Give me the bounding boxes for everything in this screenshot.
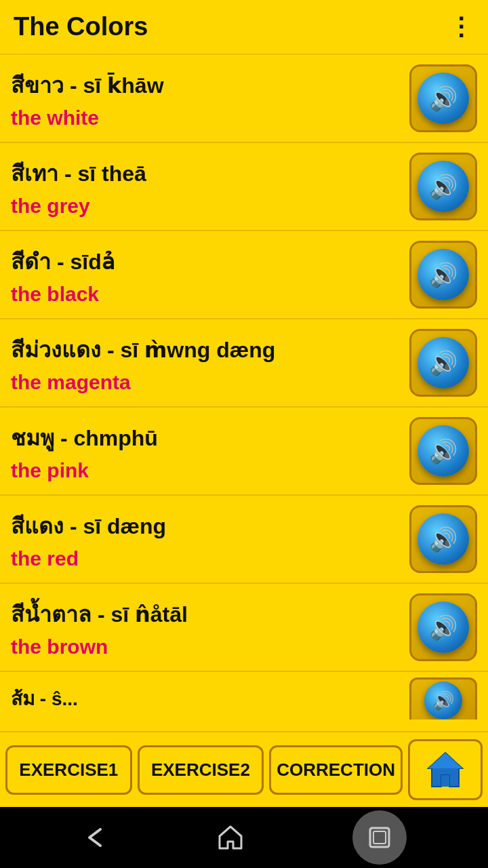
bottom-toolbar: EXERCISE1 EXERCISE2 CORRECTION <box>0 731 488 807</box>
vocab-english-1: the grey <box>11 195 401 218</box>
android-home-icon <box>217 824 244 851</box>
vocab-item-partial: ส้ม - ŝ... 🔊 <box>0 672 488 719</box>
vocab-thai-4: ชมพู - chmphū <box>11 420 401 455</box>
vocab-item-magenta: สีม่วงแดง - sī m̀wng dæng the magenta 🔊 <box>0 319 488 408</box>
vocab-english-4: the pink <box>11 459 401 482</box>
recents-button[interactable] <box>352 810 407 865</box>
vocab-thai-2: สีดำ - sīdả <box>11 244 401 279</box>
android-nav-bar <box>0 807 488 868</box>
svg-rect-5 <box>373 831 386 844</box>
android-home-button[interactable] <box>217 824 244 851</box>
vocab-thai-3: สีม่วงแดง - sī m̀wng dæng <box>11 332 401 367</box>
vocab-english-6: the brown <box>11 635 401 658</box>
vocab-item-white: สีขาว - sī k̄hāw the white 🔊 <box>0 55 488 143</box>
speaker-icon-4: 🔊 <box>429 437 458 465</box>
sound-btn-inner-4: 🔊 <box>418 425 469 477</box>
sound-button-1[interactable]: 🔊 <box>409 153 477 220</box>
correction-button[interactable]: CORRECTION <box>269 745 403 795</box>
exercise2-button[interactable]: EXERCISE2 <box>138 745 264 795</box>
back-button[interactable] <box>81 824 108 851</box>
home-icon <box>425 749 466 790</box>
vocab-thai-6: สีน้ำตาล - sī n̂åtāl <box>11 597 401 631</box>
recents-squares-icon <box>367 825 392 850</box>
vocab-text-brown: สีน้ำตาล - sī n̂åtāl the brown <box>11 597 401 658</box>
sound-btn-inner-6: 🔊 <box>418 601 469 653</box>
vocab-text-pink: ชมพู - chmphū the pink <box>11 420 401 482</box>
sound-btn-inner-5: 🔊 <box>418 513 469 565</box>
speaker-icon-0: 🔊 <box>429 85 458 112</box>
sound-button-2[interactable]: 🔊 <box>409 241 477 309</box>
menu-icon[interactable]: ⋮ <box>449 13 474 41</box>
back-icon <box>81 824 108 851</box>
sound-button-6[interactable]: 🔊 <box>409 593 477 661</box>
app-header: The Colors ⋮ <box>0 0 488 55</box>
home-button[interactable] <box>408 739 483 800</box>
vocab-thai-0: สีขาว - sī k̄hāw <box>11 68 401 102</box>
recents-icon <box>352 810 407 865</box>
vocab-text-black: สีดำ - sīdả the black <box>11 244 401 306</box>
speaker-icon-2: 🔊 <box>429 261 458 288</box>
vocab-item-pink: ชมพู - chmphū the pink 🔊 <box>0 408 488 496</box>
page-title: The Colors <box>14 12 148 41</box>
sound-btn-inner-1: 🔊 <box>418 161 469 212</box>
sound-btn-inner-2: 🔊 <box>418 249 469 300</box>
vocab-thai-5: สีแดง - sī dæng <box>11 509 401 543</box>
svg-marker-3 <box>220 827 241 848</box>
exercise1-button[interactable]: EXERCISE1 <box>5 745 132 795</box>
sound-button-5[interactable]: 🔊 <box>409 505 477 573</box>
vocab-text-partial: ส้ม - ŝ... <box>11 684 401 717</box>
vocab-text-grey: สีเทา - sī theā the grey <box>11 156 401 218</box>
sound-btn-inner-0: 🔊 <box>418 73 469 124</box>
vocab-english-2: the black <box>11 283 401 306</box>
svg-rect-1 <box>441 775 449 787</box>
vocab-text-red: สีแดง - sī dæng the red <box>11 509 401 570</box>
vocab-text-white: สีขาว - sī k̄hāw the white <box>11 68 401 130</box>
speaker-icon-3: 🔊 <box>429 349 458 376</box>
sound-btn-inner-7: 🔊 <box>424 682 462 719</box>
sound-btn-inner-3: 🔊 <box>418 337 469 389</box>
speaker-icon-1: 🔊 <box>429 173 458 200</box>
vocab-list: สีขาว - sī k̄hāw the white 🔊 สีเทา - sī … <box>0 55 488 731</box>
vocab-item-black: สีดำ - sīdả the black 🔊 <box>0 231 488 319</box>
vocab-text-magenta: สีม่วงแดง - sī m̀wng dæng the magenta <box>11 332 401 394</box>
vocab-item-red: สีแดง - sī dæng the red 🔊 <box>0 496 488 584</box>
sound-button-4[interactable]: 🔊 <box>409 417 477 485</box>
sound-button-0[interactable]: 🔊 <box>409 64 477 132</box>
svg-marker-2 <box>428 753 462 768</box>
sound-button-3[interactable]: 🔊 <box>409 329 477 397</box>
vocab-english-3: the magenta <box>11 371 401 394</box>
sound-button-7[interactable]: 🔊 <box>409 677 477 719</box>
speaker-icon-6: 🔊 <box>429 614 458 641</box>
vocab-item-grey: สีเทา - sī theā the grey 🔊 <box>0 143 488 231</box>
vocab-thai-7: ส้ม - ŝ... <box>11 684 401 713</box>
vocab-english-5: the red <box>11 547 401 570</box>
vocab-english-0: the white <box>11 106 401 130</box>
vocab-item-brown: สีน้ำตาล - sī n̂åtāl the brown 🔊 <box>0 584 488 672</box>
speaker-icon-7: 🔊 <box>432 690 454 711</box>
vocab-thai-1: สีเทา - sī theā <box>11 156 401 191</box>
speaker-icon-5: 🔊 <box>429 526 458 553</box>
